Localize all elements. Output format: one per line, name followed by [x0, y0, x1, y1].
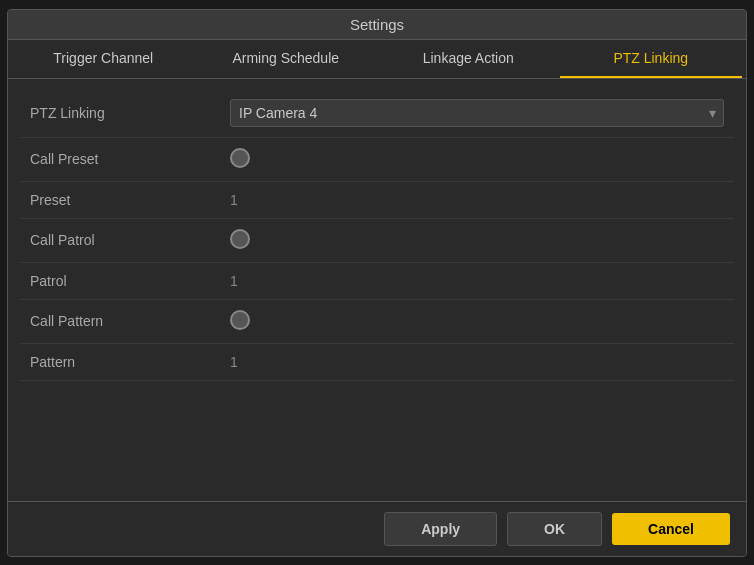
ok-button[interactable]: OK [507, 512, 602, 546]
tab-content: PTZ Linking IP Camera 1 IP Camera 2 IP C… [8, 79, 746, 501]
patrol-label: Patrol [20, 262, 220, 299]
settings-dialog: Settings Trigger Channel Arming Schedule… [7, 9, 747, 557]
call-preset-radio[interactable] [230, 148, 250, 168]
call-patrol-radio[interactable] [230, 229, 250, 249]
call-pattern-radio[interactable] [230, 310, 250, 330]
ptz-linking-label: PTZ Linking [20, 89, 220, 138]
ptz-linking-select[interactable]: IP Camera 1 IP Camera 2 IP Camera 3 IP C… [230, 99, 724, 127]
tab-trigger-channel[interactable]: Trigger Channel [12, 40, 195, 78]
settings-table: PTZ Linking IP Camera 1 IP Camera 2 IP C… [20, 89, 734, 381]
preset-value: 1 [230, 192, 238, 208]
table-row: Pattern 1 [20, 343, 734, 380]
pattern-label: Pattern [20, 343, 220, 380]
table-row: Call Preset [20, 137, 734, 181]
pattern-value: 1 [230, 354, 238, 370]
tab-arming-schedule[interactable]: Arming Schedule [195, 40, 378, 78]
ptz-linking-select-container: IP Camera 1 IP Camera 2 IP Camera 3 IP C… [230, 99, 724, 127]
table-row: Call Pattern [20, 299, 734, 343]
apply-button[interactable]: Apply [384, 512, 497, 546]
tab-linkage-action[interactable]: Linkage Action [377, 40, 560, 78]
tab-ptz-linking[interactable]: PTZ Linking [560, 40, 743, 78]
table-row: Preset 1 [20, 181, 734, 218]
table-row: Patrol 1 [20, 262, 734, 299]
cancel-button[interactable]: Cancel [612, 513, 730, 545]
dialog-title: Settings [8, 10, 746, 40]
preset-label: Preset [20, 181, 220, 218]
table-row: Call Patrol [20, 218, 734, 262]
call-patrol-label: Call Patrol [20, 218, 220, 262]
call-preset-label: Call Preset [20, 137, 220, 181]
tab-bar: Trigger Channel Arming Schedule Linkage … [8, 40, 746, 79]
call-pattern-label: Call Pattern [20, 299, 220, 343]
dialog-footer: Apply OK Cancel [8, 501, 746, 556]
table-row: PTZ Linking IP Camera 1 IP Camera 2 IP C… [20, 89, 734, 138]
patrol-value: 1 [230, 273, 238, 289]
